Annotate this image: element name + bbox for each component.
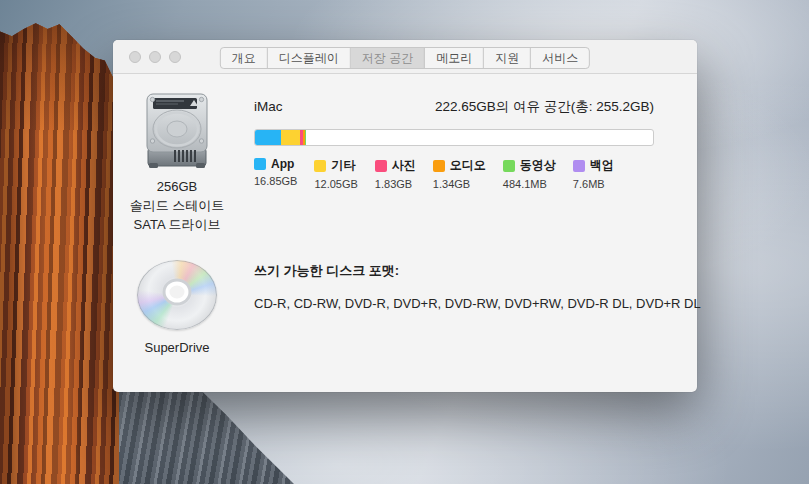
tab-service[interactable]: 서비스: [531, 48, 589, 68]
legend-size-audio: 1.34GB: [433, 178, 486, 190]
desktop: 개요디스플레이저장 공간메모리지원서비스: [0, 0, 809, 484]
legend-swatch-audio: [433, 160, 445, 172]
titlebar[interactable]: 개요디스플레이저장 공간메모리지원서비스: [113, 40, 697, 74]
zoom-button[interactable]: [169, 51, 181, 63]
close-button[interactable]: [129, 51, 141, 63]
legend-item-other: 기타12.05GB: [314, 157, 357, 190]
legend-item-backups: 백업7.6MB: [573, 157, 614, 190]
internal-drive-label-line2: 솔리드 스테이트: [113, 196, 241, 215]
storage-segment-app: [255, 130, 281, 145]
formats-panel: 쓰기 가능한 디스크 포맷: CD-R, CD-RW, DVD-R, DVD+R…: [254, 262, 684, 311]
legend-label-photos: 사진: [392, 157, 416, 174]
window-controls: [129, 51, 181, 63]
superdrive-block: SuperDrive: [113, 260, 241, 357]
legend-swatch-backups: [573, 160, 585, 172]
cd-disc-icon: [137, 260, 217, 330]
storage-tab-content: 256GB 솔리드 스테이트 SATA 드라이브 SuperDrive iMac…: [113, 74, 697, 391]
legend-item-movies: 동영상484.1MB: [503, 157, 556, 190]
legend-item-app: App16.85GB: [254, 157, 297, 190]
tab-memory[interactable]: 메모리: [425, 48, 484, 68]
legend-swatch-photos: [375, 160, 387, 172]
storage-header: iMac 222.65GB의 여유 공간(총: 255.2GB): [254, 98, 654, 116]
tab-overview[interactable]: 개요: [221, 48, 268, 68]
free-space-text: 222.65GB의 여유 공간(총: 255.2GB): [435, 98, 654, 116]
superdrive-label: SuperDrive: [113, 338, 241, 357]
storage-segment-other: [281, 130, 300, 145]
tab-storage[interactable]: 저장 공간: [351, 48, 425, 68]
legend-size-app: 16.85GB: [254, 175, 297, 187]
legend-swatch-other: [314, 160, 326, 172]
legend-swatch-movies: [503, 160, 515, 172]
storage-panel: iMac 222.65GB의 여유 공간(총: 255.2GB) App16.8…: [254, 98, 654, 190]
legend-swatch-app: [254, 158, 266, 170]
tab-displays[interactable]: 디스플레이: [268, 48, 351, 68]
legend-item-audio: 오디오1.34GB: [433, 157, 486, 190]
volume-name: iMac: [254, 99, 283, 114]
legend-label-audio: 오디오: [450, 157, 486, 174]
legend-item-photos: 사진1.83GB: [375, 157, 416, 190]
tab-bar: 개요디스플레이저장 공간메모리지원서비스: [220, 47, 590, 69]
legend-label-app: App: [271, 157, 294, 171]
storage-legend: App16.85GB기타12.05GB사진1.83GB오디오1.34GB동영상4…: [254, 157, 654, 190]
legend-size-backups: 7.6MB: [573, 178, 614, 190]
internal-drive-label-line3: SATA 드라이브: [113, 215, 241, 234]
wallpaper-cliff: [0, 0, 119, 484]
formats-list: CD-R, CD-RW, DVD-R, DVD+R, DVD-RW, DVD+R…: [254, 296, 684, 311]
legend-label-backups: 백업: [590, 157, 614, 174]
about-this-mac-window: 개요디스플레이저장 공간메모리지원서비스: [113, 40, 697, 392]
formats-title: 쓰기 가능한 디스크 포맷:: [254, 262, 684, 280]
legend-size-movies: 484.1MB: [503, 178, 556, 190]
hard-drive-icon: [144, 90, 210, 170]
internal-drive-block: 256GB 솔리드 스테이트 SATA 드라이브: [113, 90, 241, 234]
tab-support[interactable]: 지원: [484, 48, 531, 68]
legend-label-movies: 동영상: [520, 157, 556, 174]
minimize-button[interactable]: [149, 51, 161, 63]
legend-size-photos: 1.83GB: [375, 178, 416, 190]
storage-bar: [254, 129, 654, 146]
legend-label-other: 기타: [331, 157, 355, 174]
internal-drive-label-line1: 256GB: [113, 177, 241, 196]
legend-size-other: 12.05GB: [314, 178, 357, 190]
storage-segment-movies: [305, 130, 306, 145]
